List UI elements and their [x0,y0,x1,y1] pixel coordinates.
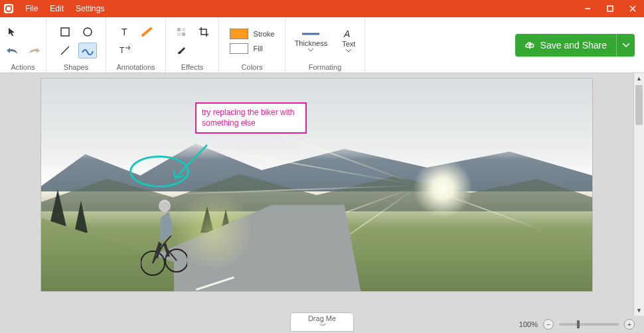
menu-edit[interactable]: Edit [44,1,69,16]
app-logo-icon [0,0,17,17]
text-tool[interactable]: T [116,24,134,40]
ellipse-tool[interactable] [78,24,97,40]
annotation-text: try replacing the biker with something e… [202,108,294,128]
chevron-down-double-icon: ︾ [319,322,325,330]
svg-text:T: T [121,27,127,37]
thickness-dropdown[interactable]: Thickness [292,29,331,53]
zoom-slider-thumb[interactable] [577,320,580,328]
group-label-effects: Effects [181,63,203,71]
stroke-label: Stroke [254,30,275,38]
canvas-viewport[interactable]: try replacing the biker with something e… [0,73,633,316]
svg-point-8 [84,28,92,36]
text-format-label: Text [342,40,355,48]
close-button[interactable] [621,0,644,17]
highlighter-tool[interactable] [138,24,157,40]
fill-label: Fill [254,45,263,53]
group-label-actions: Actions [11,63,35,71]
svg-rect-12 [177,28,181,31]
line-tool[interactable] [56,43,74,58]
crop-tool[interactable] [195,24,213,40]
brush-tool[interactable] [172,43,191,58]
group-formatting: Thickness A Text Formating [285,17,365,72]
svg-rect-13 [182,28,185,31]
svg-rect-15 [182,33,185,36]
svg-rect-7 [61,28,69,36]
redo-button[interactable] [25,43,44,58]
group-label-shapes: Shapes [64,63,88,71]
group-label-colors: Colors [242,63,263,71]
toolbar-ribbon: Actions Shapes T T Annotations [0,17,644,73]
maximize-button[interactable] [599,0,621,17]
stroke-color-swatch[interactable] [230,29,248,39]
cloud-upload-icon [524,40,535,51]
zoom-in-button[interactable]: + [624,319,635,330]
zoom-slider[interactable] [559,323,619,326]
group-actions: Actions [0,17,46,72]
vertical-scrollbar[interactable]: ▲ ▼ [633,73,644,316]
canvas-area: try replacing the biker with something e… [0,73,644,316]
window-controls [576,0,644,17]
zoom-level: 100% [519,320,538,328]
annotation-arrow[interactable] [167,142,214,188]
group-colors: Stroke Fill Colors [219,17,285,72]
menu-bar: File Edit Settings [20,1,110,16]
zoom-out-button[interactable]: − [543,319,554,330]
save-button-label: Save and Share [540,40,607,51]
scroll-track[interactable] [634,84,644,305]
menu-file[interactable]: File [20,1,43,16]
rectangle-tool[interactable] [56,24,74,40]
edited-image[interactable]: try replacing the biker with something e… [41,78,592,291]
svg-line-9 [61,47,69,55]
blur-tool[interactable] [172,24,191,40]
fill-color-swatch[interactable] [230,43,248,54]
pointer-tool[interactable] [3,24,21,40]
undo-button[interactable] [3,43,21,58]
save-area: Save and Share [515,17,644,72]
group-shapes: Shapes [46,17,106,72]
group-annotations: T T Annotations [106,17,166,72]
scroll-up-button[interactable]: ▲ [634,73,644,84]
svg-rect-14 [177,33,181,36]
titlebar: File Edit Settings [0,0,644,17]
scroll-thumb[interactable] [635,85,643,125]
save-share-button[interactable]: Save and Share [515,34,635,56]
svg-text:A: A [343,29,350,39]
chevron-down-icon [346,49,351,53]
group-effects: Effects [166,17,219,72]
svg-rect-4 [607,6,613,11]
thickness-label: Thickness [295,39,328,47]
text-arrow-tool[interactable]: T [116,43,134,58]
group-label-annotations: Annotations [116,63,155,71]
chevron-down-icon [623,43,629,47]
menu-settings[interactable]: Settings [70,1,110,16]
annotation-textbox[interactable]: try replacing the biker with something e… [195,102,307,134]
chevron-down-icon [308,49,313,52]
svg-text:T: T [120,46,125,55]
zoom-controls: 100% − + [519,319,644,330]
drag-handle[interactable]: Drag Me ︾ [290,312,354,332]
freehand-tool[interactable] [78,43,97,58]
text-format-dropdown[interactable]: A Text [339,28,358,54]
group-label-formatting: Formating [309,63,342,71]
minimize-button[interactable] [576,0,599,17]
save-dropdown-toggle[interactable] [616,34,635,56]
scroll-down-button[interactable]: ▼ [634,305,644,316]
status-bar: Drag Me ︾ 100% − + [0,316,644,333]
svg-point-2 [11,5,12,7]
